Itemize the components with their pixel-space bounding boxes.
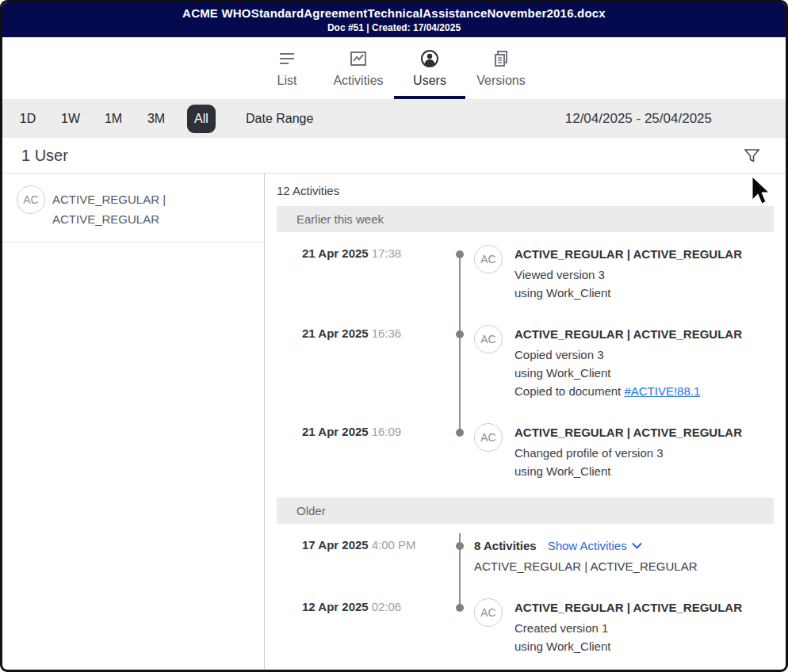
activities-panel: 12 Activities Earlier this week 21 Apr 2… xyxy=(265,174,786,669)
app-window: ACME WHOStandardAgreementTechnicalAssist… xyxy=(0,0,788,672)
avatar: AC xyxy=(474,325,503,353)
tab-versions-label: Versions xyxy=(465,74,537,88)
activity-action: Created version 1 xyxy=(514,619,742,637)
tab-users[interactable]: Users xyxy=(394,48,465,99)
timeline-dot xyxy=(456,604,464,612)
date-text: 21 Apr 2025 xyxy=(302,326,369,340)
avatar: AC xyxy=(474,245,503,273)
versions-icon xyxy=(465,48,537,69)
timeline xyxy=(456,325,464,400)
show-activities-label: Show Activities xyxy=(548,536,627,555)
date-text: 12 Apr 2025 xyxy=(302,600,369,613)
grouped-user: ACTIVE_REGULAR | ACTIVE_REGULAR xyxy=(474,557,697,575)
activity-entry: 12 Apr 202502:06 AC ACTIVE_REGULAR | ACT… xyxy=(277,586,786,666)
date-text: 17 Apr 2025 xyxy=(302,538,369,552)
avatar: AC xyxy=(17,185,45,214)
tab-bar: List Activities Users Versions xyxy=(2,37,786,99)
content-area: AC ACTIVE_REGULAR | ACTIVE_REGULAR 12 Ac… xyxy=(2,174,786,669)
time-text: 16:09 xyxy=(372,425,402,438)
activity-user: ACTIVE_REGULAR | ACTIVE_REGULAR xyxy=(514,245,742,263)
date-text: 21 Apr 2025 xyxy=(302,246,369,260)
activity-date: 21 Apr 202516:36 xyxy=(277,325,456,400)
time-text: 02:06 xyxy=(372,600,402,613)
time-text: 17:38 xyxy=(372,246,402,260)
tab-list-label: List xyxy=(251,74,323,88)
users-section-header: 1 User xyxy=(2,138,786,174)
time-text: 16:36 xyxy=(372,326,402,340)
range-1m-button[interactable]: 1M xyxy=(101,107,125,131)
timeline xyxy=(456,536,464,575)
range-all-button[interactable]: All xyxy=(187,105,216,133)
activity-client: using Work_Client xyxy=(514,462,742,480)
activity-entry-grouped: 17 Apr 20254:00 PM 8 Activities Show Act… xyxy=(277,524,786,586)
tab-versions[interactable]: Versions xyxy=(465,48,537,99)
activity-date: 21 Apr 202517:38 xyxy=(277,245,456,302)
date-filter-bar: 1D 1W 1M 3M All Date Range 12/04/2025 - … xyxy=(2,99,786,138)
copy-prefix: Copied to document xyxy=(514,384,624,398)
user-name: ACTIVE_REGULAR | ACTIVE_REGULAR xyxy=(52,185,253,229)
date-text: 21 Apr 2025 xyxy=(302,425,369,438)
show-activities-link[interactable]: Show Activities xyxy=(548,536,642,555)
user-list-item[interactable]: AC ACTIVE_REGULAR | ACTIVE_REGULAR xyxy=(2,174,264,242)
activity-detail: ACTIVE_REGULAR | ACTIVE_REGULAR Copied v… xyxy=(514,325,742,400)
timeline xyxy=(456,245,464,302)
activity-entry: 21 Apr 202516:36 AC ACTIVE_REGULAR | ACT… xyxy=(277,312,786,410)
timeline-dot xyxy=(456,542,464,550)
range-3m-button[interactable]: 3M xyxy=(144,107,168,131)
timeline xyxy=(456,598,464,655)
activities-icon xyxy=(323,48,394,69)
section-band-earlier: Earlier this week xyxy=(277,206,774,232)
activity-detail: ACTIVE_REGULAR | ACTIVE_REGULAR Changed … xyxy=(514,423,742,480)
activity-user: ACTIVE_REGULAR | ACTIVE_REGULAR xyxy=(514,598,742,617)
activity-date: 21 Apr 202516:09 xyxy=(277,423,456,480)
activity-detail: ACTIVE_REGULAR | ACTIVE_REGULAR Viewed v… xyxy=(514,245,742,302)
tab-activities-label: Activities xyxy=(323,74,394,88)
activity-entry: 21 Apr 202516:09 AC ACTIVE_REGULAR | ACT… xyxy=(277,410,786,491)
timeline-dot xyxy=(456,429,464,437)
filter-funnel-icon[interactable] xyxy=(744,147,760,164)
activity-action: Changed profile of version 3 xyxy=(514,444,742,462)
tab-activities[interactable]: Activities xyxy=(323,48,394,99)
date-range-button[interactable]: Date Range xyxy=(246,112,313,126)
activity-client: using Work_Client xyxy=(514,284,742,302)
list-icon xyxy=(251,48,323,69)
selected-date-range: 12/04/2025 - 25/04/2025 xyxy=(565,111,712,127)
timeline xyxy=(456,423,464,480)
activity-date: 12 Apr 202502:06 xyxy=(277,598,456,655)
users-count-title: 1 User xyxy=(21,147,68,165)
range-1d-button[interactable]: 1D xyxy=(16,107,40,131)
tab-users-label: Users xyxy=(394,74,465,88)
activity-user: ACTIVE_REGULAR | ACTIVE_REGULAR xyxy=(514,423,742,441)
users-icon xyxy=(394,48,465,69)
activity-user: ACTIVE_REGULAR | ACTIVE_REGULAR xyxy=(514,325,742,343)
document-title: ACME WHOStandardAgreementTechnicalAssist… xyxy=(2,6,786,20)
section-band-older: Older xyxy=(277,498,774,524)
grouped-count: 8 Activities xyxy=(474,536,537,555)
users-list-panel: AC ACTIVE_REGULAR | ACTIVE_REGULAR xyxy=(2,174,265,669)
activity-date: 17 Apr 20254:00 PM xyxy=(277,536,456,575)
chevron-down-icon xyxy=(632,542,642,549)
timeline-dot xyxy=(456,250,464,258)
activities-count: 12 Activities xyxy=(277,174,786,206)
document-header: ACME WHOStandardAgreementTechnicalAssist… xyxy=(2,2,786,37)
time-text: 4:00 PM xyxy=(372,538,416,552)
document-meta: Doc #51 | Created: 17/04/2025 xyxy=(2,22,786,33)
activity-client: using Work_Client xyxy=(514,637,742,655)
timeline-dot xyxy=(456,330,464,338)
activity-action: Viewed version 3 xyxy=(514,265,742,284)
avatar: AC xyxy=(474,598,503,627)
copied-document-link[interactable]: #ACTIVE!88.1 xyxy=(624,384,700,398)
activity-detail: ACTIVE_REGULAR | ACTIVE_REGULAR Created … xyxy=(514,598,742,655)
tab-list[interactable]: List xyxy=(251,48,323,99)
activity-copy-line: Copied to document #ACTIVE!88.1 xyxy=(514,382,742,400)
grouped-activities-row: 8 Activities Show Activities xyxy=(474,536,697,555)
activity-action: Copied version 3 xyxy=(514,346,742,364)
range-1w-button[interactable]: 1W xyxy=(59,107,82,131)
activity-detail: 8 Activities Show Activities ACTIVE_REGU… xyxy=(464,536,697,575)
avatar: AC xyxy=(474,423,503,452)
activity-entry: 21 Apr 202517:38 AC ACTIVE_REGULAR | ACT… xyxy=(277,232,786,312)
activity-client: using Work_Client xyxy=(514,364,742,382)
